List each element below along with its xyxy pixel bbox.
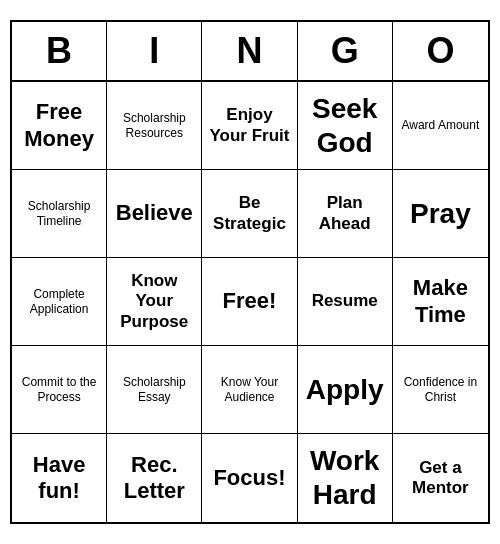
header-letter-o: O — [393, 22, 488, 80]
cell-text-3: Seek God — [302, 92, 388, 159]
bingo-cell-16: Scholarship Essay — [107, 346, 202, 434]
bingo-cell-7: Be Strategic — [202, 170, 297, 258]
bingo-cell-21: Rec. Letter — [107, 434, 202, 522]
cell-text-9: Pray — [410, 197, 471, 231]
bingo-cell-20: Have fun! — [12, 434, 107, 522]
bingo-cell-15: Commit to the Process — [12, 346, 107, 434]
cell-text-17: Know Your Audience — [206, 375, 292, 404]
cell-text-21: Rec. Letter — [111, 452, 197, 505]
bingo-cell-8: Plan Ahead — [298, 170, 393, 258]
cell-text-1: Scholarship Resources — [111, 111, 197, 140]
cell-text-2: Enjoy Your Fruit — [206, 105, 292, 146]
cell-text-14: Make Time — [397, 275, 484, 328]
cell-text-18: Apply — [306, 373, 384, 407]
bingo-cell-0: Free Money — [12, 82, 107, 170]
bingo-cell-9: Pray — [393, 170, 488, 258]
bingo-cell-5: Scholarship Timeline — [12, 170, 107, 258]
bingo-cell-24: Get a Mentor — [393, 434, 488, 522]
bingo-cell-19: Confidence in Christ — [393, 346, 488, 434]
bingo-cell-22: Focus! — [202, 434, 297, 522]
cell-text-22: Focus! — [213, 465, 285, 491]
cell-text-11: Know Your Purpose — [111, 271, 197, 332]
cell-text-19: Confidence in Christ — [397, 375, 484, 404]
bingo-cell-23: Work Hard — [298, 434, 393, 522]
bingo-cell-12: Free! — [202, 258, 297, 346]
header-letter-n: N — [202, 22, 297, 80]
cell-text-8: Plan Ahead — [302, 193, 388, 234]
bingo-cell-4: Award Amount — [393, 82, 488, 170]
cell-text-24: Get a Mentor — [397, 458, 484, 499]
bingo-cell-18: Apply — [298, 346, 393, 434]
bingo-card: BINGO Free MoneyScholarship ResourcesEnj… — [10, 20, 490, 524]
cell-text-7: Be Strategic — [206, 193, 292, 234]
cell-text-16: Scholarship Essay — [111, 375, 197, 404]
bingo-cell-3: Seek God — [298, 82, 393, 170]
bingo-cell-1: Scholarship Resources — [107, 82, 202, 170]
cell-text-4: Award Amount — [401, 118, 479, 132]
cell-text-0: Free Money — [16, 99, 102, 152]
header-letter-g: G — [298, 22, 393, 80]
bingo-header: BINGO — [12, 22, 488, 82]
bingo-cell-14: Make Time — [393, 258, 488, 346]
header-letter-i: I — [107, 22, 202, 80]
bingo-cell-11: Know Your Purpose — [107, 258, 202, 346]
cell-text-6: Believe — [116, 200, 193, 226]
cell-text-12: Free! — [223, 288, 277, 314]
bingo-cell-2: Enjoy Your Fruit — [202, 82, 297, 170]
bingo-cell-13: Resume — [298, 258, 393, 346]
cell-text-23: Work Hard — [302, 444, 388, 511]
cell-text-15: Commit to the Process — [16, 375, 102, 404]
bingo-grid: Free MoneyScholarship ResourcesEnjoy You… — [12, 82, 488, 522]
cell-text-20: Have fun! — [16, 452, 102, 505]
cell-text-5: Scholarship Timeline — [16, 199, 102, 228]
bingo-cell-10: Complete Application — [12, 258, 107, 346]
bingo-cell-6: Believe — [107, 170, 202, 258]
cell-text-13: Resume — [312, 291, 378, 311]
cell-text-10: Complete Application — [16, 287, 102, 316]
bingo-cell-17: Know Your Audience — [202, 346, 297, 434]
header-letter-b: B — [12, 22, 107, 80]
